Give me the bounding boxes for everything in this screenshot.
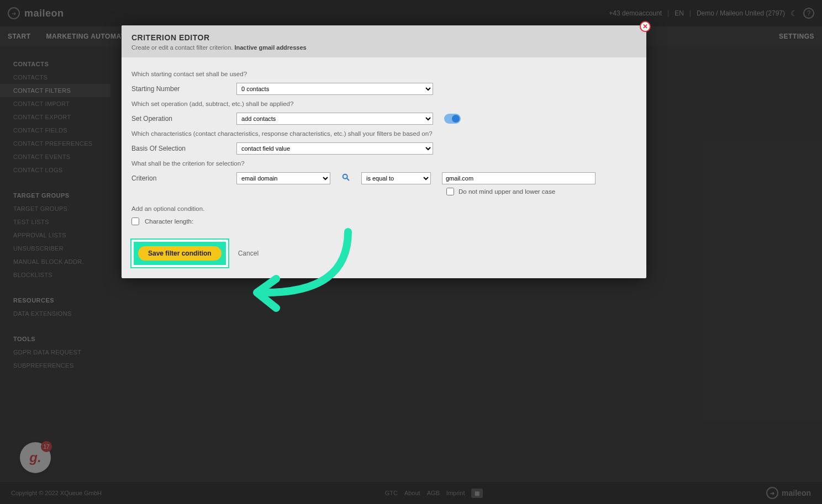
label-basis-of-selection: Basis Of Selection [131, 145, 225, 152]
modal-subtitle-emph: Inactive gmail addresses [234, 44, 306, 51]
modal-header: CRITERION EDITOR Create or edit a contac… [122, 25, 646, 57]
question-basis: Which characteristics (contact character… [131, 130, 636, 137]
label-criterion: Criterion [131, 174, 225, 182]
modal-body: Which starting contact set shall be used… [122, 57, 646, 278]
save-highlight-annotation: Save filter condition [131, 240, 228, 267]
criterion-value-input[interactable] [442, 172, 596, 184]
criterion-operator-select[interactable]: is equal to [361, 172, 431, 184]
criterion-editor-modal: ✕ CRITERION EDITOR Create or edit a cont… [122, 25, 646, 278]
close-icon[interactable]: ✕ [640, 21, 651, 32]
starting-number-select[interactable]: 0 contacts [236, 83, 433, 95]
ignore-case-label: Do not mind upper and lower case [459, 188, 555, 195]
question-criterion: What shall be the criterion for selectio… [131, 160, 636, 167]
save-filter-button[interactable]: Save filter condition [138, 246, 222, 261]
criterion-field-select[interactable]: email domain [236, 172, 330, 184]
svg-point-0 [343, 174, 347, 179]
label-set-operation: Set Operation [131, 115, 225, 123]
modal-subtitle-prefix: Create or edit a contact filter criterio… [131, 44, 234, 51]
char-length-label: Character length: [145, 218, 193, 225]
modal-subtitle: Create or edit a contact filter criterio… [131, 44, 636, 51]
question-starting-set: Which starting contact set shall be used… [131, 71, 636, 77]
search-icon[interactable] [341, 173, 350, 184]
question-set-operation: Which set operation (add, subtract, etc.… [131, 100, 636, 107]
basis-of-selection-select[interactable]: contact field value [236, 142, 433, 155]
set-operation-toggle[interactable] [444, 114, 461, 124]
modal-title: CRITERION EDITOR [131, 33, 636, 42]
cancel-link[interactable]: Cancel [238, 250, 259, 257]
char-length-checkbox[interactable] [131, 217, 139, 225]
set-operation-select[interactable]: add contacts [236, 113, 433, 125]
svg-line-1 [347, 178, 349, 181]
question-optional-condition: Add an optional condition. [131, 205, 636, 212]
label-starting-number: Starting Number [131, 85, 225, 93]
ignore-case-checkbox[interactable] [446, 188, 454, 195]
